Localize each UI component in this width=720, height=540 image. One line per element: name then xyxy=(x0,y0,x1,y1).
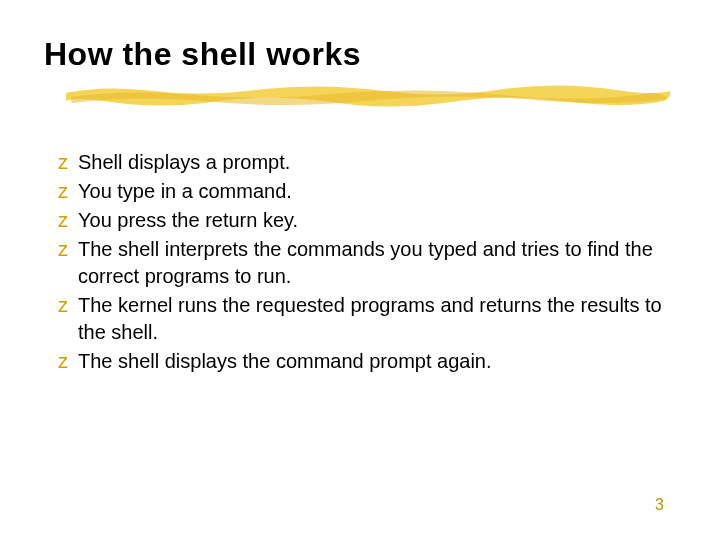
list-item: z Shell displays a prompt. xyxy=(58,149,676,176)
bullet-icon: z xyxy=(58,236,68,263)
bullet-text: The shell displays the command prompt ag… xyxy=(78,348,492,375)
list-item: z The kernel runs the requested programs… xyxy=(58,292,676,346)
bullet-icon: z xyxy=(58,348,68,375)
title-underline-decoration xyxy=(64,79,674,117)
list-item: z The shell interprets the commands you … xyxy=(58,236,676,290)
bullet-text: Shell displays a prompt. xyxy=(78,149,290,176)
list-item: z You press the return key. xyxy=(58,207,676,234)
bullet-text: You press the return key. xyxy=(78,207,298,234)
list-item: z The shell displays the command prompt … xyxy=(58,348,676,375)
list-item: z You type in a command. xyxy=(58,178,676,205)
bullet-icon: z xyxy=(58,207,68,234)
slide-title: How the shell works xyxy=(44,36,676,73)
bullet-list: z Shell displays a prompt. z You type in… xyxy=(58,149,676,375)
bullet-text: You type in a command. xyxy=(78,178,292,205)
bullet-icon: z xyxy=(58,292,68,319)
bullet-icon: z xyxy=(58,178,68,205)
page-number: 3 xyxy=(655,496,664,514)
slide: How the shell works z Shell displays a p… xyxy=(0,0,720,540)
bullet-text: The kernel runs the requested programs a… xyxy=(78,292,676,346)
bullet-icon: z xyxy=(58,149,68,176)
bullet-text: The shell interprets the commands you ty… xyxy=(78,236,676,290)
